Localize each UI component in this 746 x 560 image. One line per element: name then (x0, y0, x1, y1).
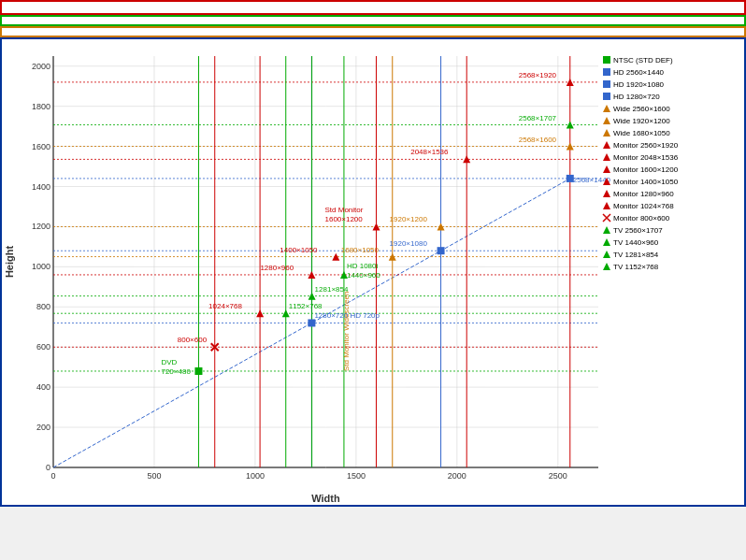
standard-monitor-banner (0, 0, 746, 15)
tv-banner (0, 15, 746, 26)
hd-banner (2, 39, 744, 47)
widescreen-banner (0, 26, 746, 37)
